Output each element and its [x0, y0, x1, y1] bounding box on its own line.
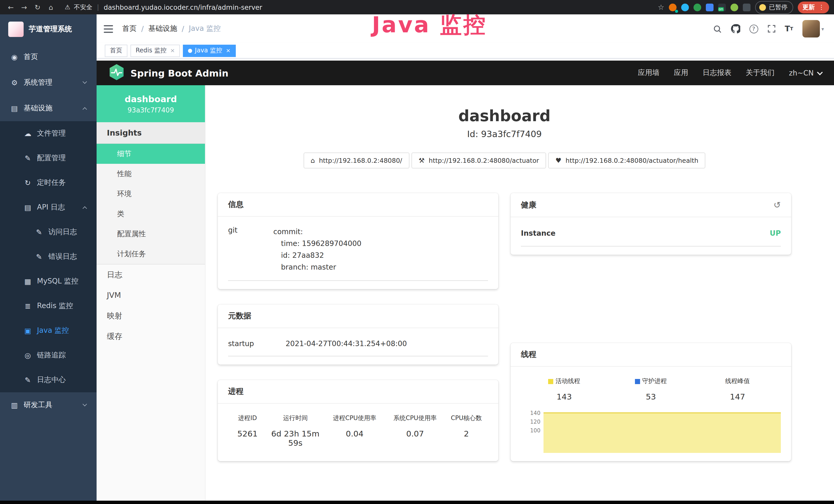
address-bar[interactable]: ⚠ 不安全 | dashboard.yudao.iocoder.cn/infra… — [65, 3, 262, 12]
tab-redis-monitor[interactable]: Redis 监控 × — [130, 44, 180, 57]
language-selector[interactable]: zh~CN — [789, 69, 822, 77]
sba-item-configprops[interactable]: 配置属性 — [96, 224, 205, 244]
document-icon: ✎ — [35, 253, 43, 261]
close-icon[interactable]: × — [226, 47, 231, 54]
tab-java-monitor[interactable]: Java 监控 × — [183, 44, 236, 57]
sidebar-item-mysql-monitor[interactable]: ▦ MySQL 监控 — [0, 269, 96, 294]
sba-item-jvm[interactable]: JVM — [96, 285, 205, 305]
fullscreen-icon[interactable] — [767, 25, 775, 33]
extension-icon-7[interactable] — [743, 3, 750, 11]
font-size-icon[interactable]: TT — [785, 24, 793, 33]
sba-root-items: 日志 JVM 映射 缓存 — [96, 265, 205, 347]
reload-icon[interactable]: ↻ — [32, 3, 43, 11]
actuator-link[interactable]: ⚒ http://192.168.0.2:48080/actuator — [412, 153, 546, 168]
legend-label: 守护进程 — [642, 377, 667, 386]
extension-icon-6[interactable] — [730, 3, 738, 11]
sba-item-scheduledtasks[interactable]: 计划任务 — [96, 244, 205, 264]
extension-badge — [675, 9, 678, 13]
info-card-title: 信息 — [218, 193, 498, 217]
legend-label: 线程峰值 — [725, 377, 750, 386]
extension-icon-5[interactable]: on — [718, 3, 726, 11]
github-icon[interactable] — [731, 24, 740, 33]
language-label: zh~CN — [789, 69, 814, 77]
health-row-instance[interactable]: Instance UP — [521, 220, 781, 247]
sidebar-item-access-log[interactable]: ✎ 访问日志 — [0, 220, 96, 245]
breadcrumb-home[interactable]: 首页 — [122, 24, 137, 33]
sidebar-item-java-monitor[interactable]: ▣ Java 监控 — [0, 318, 96, 343]
app-shell: 芋道管理系统 ◉ 首页 ⚙ 系统管理 ▤ 基础设施 ☁ 文件管理 — [0, 15, 834, 504]
extension-icon-4[interactable] — [706, 3, 714, 11]
legend-label: 活动线程 — [555, 377, 580, 386]
sidebar-item-api-log[interactable]: ▤ API 日志 — [0, 195, 96, 220]
table-icon: ▦ — [24, 277, 32, 285]
bookmark-star-icon[interactable]: ☆ — [658, 3, 664, 11]
detail-cards: 信息 git commit: time: 1596289704000 id: 2… — [218, 193, 791, 482]
help-icon[interactable]: ? — [749, 24, 758, 33]
sba-nav-applications[interactable]: 应用 — [674, 68, 688, 77]
page-subtitle: Id: 93a3fc7f7409 — [218, 129, 791, 139]
sidebar-item-system[interactable]: ⚙ 系统管理 — [0, 70, 96, 95]
app-logo-row[interactable]: 芋道管理系统 — [0, 15, 96, 44]
forward-icon[interactable]: → — [19, 3, 30, 11]
sidebar-item-file-manage[interactable]: ☁ 文件管理 — [0, 121, 96, 146]
sidebar-item-error-log[interactable]: ✎ 错误日志 — [0, 245, 96, 269]
browser-menu-icon[interactable]: ⋮ — [818, 4, 825, 11]
sba-item-caches[interactable]: 缓存 — [96, 326, 205, 347]
sba-brand[interactable]: Spring Boot Admin — [109, 63, 228, 83]
close-icon[interactable]: × — [170, 47, 175, 54]
fold-menu-icon[interactable] — [104, 25, 113, 32]
extension-icon-3[interactable] — [694, 3, 701, 11]
tab-home[interactable]: 首页 — [105, 44, 127, 57]
metadata-card: 元数据 startup 2021-04-27T00:44:31.254+08:0… — [218, 304, 498, 365]
browser-home-icon[interactable]: ⌂ — [45, 3, 57, 11]
git-commit: commit: — [273, 226, 361, 238]
sba-item-loggers[interactable]: 日志 — [96, 265, 205, 285]
chevron-down-icon — [817, 69, 823, 75]
browser-actions: ☆ on 已暂停 更新 ⋮ — [658, 1, 829, 14]
back-icon[interactable]: ← — [5, 3, 17, 11]
sidebar-item-tracing[interactable]: ◎ 链路追踪 — [0, 343, 96, 368]
sba-nav-about[interactable]: 关于我们 — [746, 68, 775, 77]
sba-brand-label: Spring Boot Admin — [130, 68, 228, 78]
search-icon[interactable] — [713, 24, 722, 33]
sba-item-metrics[interactable]: 性能 — [96, 164, 205, 184]
sba-item-beans[interactable]: 类 — [96, 204, 205, 224]
tab-label: 首页 — [110, 46, 122, 55]
page-title: dashboard — [218, 107, 791, 125]
threads-card: 线程 活动线程 143 守护进程 — [511, 343, 791, 461]
sidebar-item-label: 错误日志 — [48, 252, 77, 261]
sidebar-item-config-manage[interactable]: ✎ 配置管理 — [0, 146, 96, 170]
update-button[interactable]: 更新 ⋮ — [798, 1, 829, 13]
process-stats: 进程ID 5261 运行时间 6d 23h 15m 59s — [228, 407, 488, 453]
history-icon[interactable]: ↺ — [774, 200, 781, 210]
sba-item-details[interactable]: 细节 — [96, 144, 205, 164]
instance-id: 93a3fc7f7409 — [128, 106, 174, 114]
breadcrumb-infra[interactable]: 基础设施 — [148, 24, 177, 33]
instance-header[interactable]: dashboard 93a3fc7f7409 — [96, 85, 205, 122]
sidebar-item-label: 基础设施 — [24, 104, 52, 113]
app-logo — [8, 22, 24, 37]
extension-icon-1[interactable] — [669, 3, 677, 11]
info-row-git: git commit: time: 1596289704000 id: 27aa… — [228, 220, 488, 281]
paused-badge[interactable]: 已暂停 — [755, 1, 793, 14]
sidebar-item-home[interactable]: ◉ 首页 — [0, 44, 96, 70]
extension-icon-2[interactable] — [681, 3, 689, 11]
instance-home-link[interactable]: ⌂ http://192.168.0.2:48080/ — [303, 153, 410, 168]
sba-item-mappings[interactable]: 映射 — [96, 305, 205, 326]
sidebar-item-infra[interactable]: ▤ 基础设施 — [0, 95, 96, 121]
health-card: 健康 ↺ Instance UP — [511, 193, 791, 255]
legend-value: 147 — [694, 392, 781, 402]
sidebar-item-scheduled-jobs[interactable]: ↻ 定时任务 — [0, 170, 96, 195]
sba-nav-wallboard[interactable]: 应用墙 — [638, 68, 660, 77]
sba-nav-journal[interactable]: 日志报表 — [703, 68, 731, 77]
threads-legend: 活动线程 143 守护进程 53 线程峰值 — [521, 370, 781, 402]
sidebar-item-redis-monitor[interactable]: ≣ Redis 监控 — [0, 294, 96, 318]
sidebar-item-devtools[interactable]: ▥ 研发工具 — [0, 392, 96, 418]
sba-item-environment[interactable]: 环境 — [96, 184, 205, 204]
breadcrumb-separator: / — [182, 25, 184, 33]
sidebar-item-log-center[interactable]: ✎ 日志中心 — [0, 368, 96, 392]
process-stat: 系统CPU使用率 0.07 — [386, 414, 445, 448]
user-avatar[interactable]: ▾ — [803, 20, 824, 38]
health-link[interactable]: ♥ http://192.168.0.2:48080/actuator/heal… — [548, 153, 706, 168]
sba-logo-icon — [109, 63, 124, 83]
